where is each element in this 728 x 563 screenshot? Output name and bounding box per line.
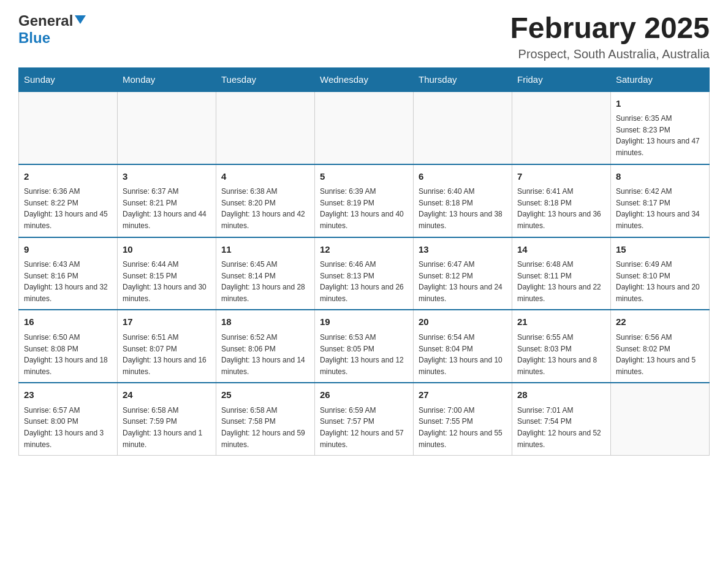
day-info: Sunrise: 6:54 AM Sunset: 8:04 PM Dayligh… xyxy=(419,332,507,377)
calendar-cell: 27Sunrise: 7:00 AM Sunset: 7:55 PM Dayli… xyxy=(414,383,512,455)
day-number: 15 xyxy=(616,243,704,257)
day-info: Sunrise: 6:35 AM Sunset: 8:23 PM Dayligh… xyxy=(616,113,704,158)
day-info: Sunrise: 6:59 AM Sunset: 7:57 PM Dayligh… xyxy=(320,405,408,450)
calendar-cell: 3Sunrise: 6:37 AM Sunset: 8:21 PM Daylig… xyxy=(118,164,216,237)
calendar-cell xyxy=(118,91,216,164)
calendar-cell: 26Sunrise: 6:59 AM Sunset: 7:57 PM Dayli… xyxy=(315,383,414,455)
day-number: 20 xyxy=(419,315,507,329)
day-info: Sunrise: 6:50 AM Sunset: 8:08 PM Dayligh… xyxy=(24,332,112,377)
calendar-header-wednesday: Wednesday xyxy=(315,67,414,91)
calendar-cell: 23Sunrise: 6:57 AM Sunset: 8:00 PM Dayli… xyxy=(19,383,118,455)
calendar-week-3: 9Sunrise: 6:43 AM Sunset: 8:16 PM Daylig… xyxy=(19,237,710,310)
day-info: Sunrise: 6:38 AM Sunset: 8:20 PM Dayligh… xyxy=(221,186,309,231)
calendar-cell xyxy=(216,91,315,164)
svg-marker-0 xyxy=(75,15,86,24)
day-number: 5 xyxy=(320,170,408,184)
calendar-cell: 7Sunrise: 6:41 AM Sunset: 8:18 PM Daylig… xyxy=(512,164,611,237)
calendar-header-monday: Monday xyxy=(118,67,216,91)
day-info: Sunrise: 6:39 AM Sunset: 8:19 PM Dayligh… xyxy=(320,186,408,231)
day-info: Sunrise: 6:36 AM Sunset: 8:22 PM Dayligh… xyxy=(24,186,112,231)
calendar-cell: 11Sunrise: 6:45 AM Sunset: 8:14 PM Dayli… xyxy=(216,237,315,310)
day-number: 1 xyxy=(616,97,704,111)
day-number: 16 xyxy=(24,315,112,329)
logo-general-text: General xyxy=(18,12,73,29)
calendar-cell xyxy=(19,91,118,164)
title-area: February 2025 Prospect, South Australia,… xyxy=(510,12,710,61)
day-number: 25 xyxy=(221,388,309,402)
day-number: 6 xyxy=(419,170,507,184)
day-number: 28 xyxy=(517,388,605,402)
calendar-cell: 12Sunrise: 6:46 AM Sunset: 8:13 PM Dayli… xyxy=(315,237,414,310)
day-info: Sunrise: 6:41 AM Sunset: 8:18 PM Dayligh… xyxy=(517,186,605,231)
day-info: Sunrise: 6:43 AM Sunset: 8:16 PM Dayligh… xyxy=(24,259,112,304)
day-number: 24 xyxy=(123,388,211,402)
calendar-cell: 28Sunrise: 7:01 AM Sunset: 7:54 PM Dayli… xyxy=(512,383,611,455)
day-info: Sunrise: 6:56 AM Sunset: 8:02 PM Dayligh… xyxy=(616,332,704,377)
calendar-cell: 15Sunrise: 6:49 AM Sunset: 8:10 PM Dayli… xyxy=(611,237,710,310)
calendar-cell: 1Sunrise: 6:35 AM Sunset: 8:23 PM Daylig… xyxy=(611,91,710,164)
calendar-cell xyxy=(512,91,611,164)
calendar-cell: 10Sunrise: 6:44 AM Sunset: 8:15 PM Dayli… xyxy=(118,237,216,310)
day-info: Sunrise: 6:47 AM Sunset: 8:12 PM Dayligh… xyxy=(419,259,507,304)
day-number: 8 xyxy=(616,170,704,184)
day-number: 9 xyxy=(24,243,112,257)
calendar-week-4: 16Sunrise: 6:50 AM Sunset: 8:08 PM Dayli… xyxy=(19,310,710,383)
day-info: Sunrise: 6:51 AM Sunset: 8:07 PM Dayligh… xyxy=(123,332,211,377)
calendar-cell xyxy=(414,91,512,164)
day-info: Sunrise: 6:37 AM Sunset: 8:21 PM Dayligh… xyxy=(123,186,211,231)
day-number: 7 xyxy=(517,170,605,184)
day-number: 27 xyxy=(419,388,507,402)
calendar-header-friday: Friday xyxy=(512,67,611,91)
day-number: 13 xyxy=(419,243,507,257)
day-number: 3 xyxy=(123,170,211,184)
calendar-cell: 4Sunrise: 6:38 AM Sunset: 8:20 PM Daylig… xyxy=(216,164,315,237)
day-info: Sunrise: 6:48 AM Sunset: 8:11 PM Dayligh… xyxy=(517,259,605,304)
day-info: Sunrise: 6:53 AM Sunset: 8:05 PM Dayligh… xyxy=(320,332,408,377)
day-number: 18 xyxy=(221,315,309,329)
calendar-cell: 13Sunrise: 6:47 AM Sunset: 8:12 PM Dayli… xyxy=(414,237,512,310)
calendar-cell: 20Sunrise: 6:54 AM Sunset: 8:04 PM Dayli… xyxy=(414,310,512,383)
day-number: 2 xyxy=(24,170,112,184)
calendar-cell: 5Sunrise: 6:39 AM Sunset: 8:19 PM Daylig… xyxy=(315,164,414,237)
day-number: 14 xyxy=(517,243,605,257)
calendar-week-2: 2Sunrise: 6:36 AM Sunset: 8:22 PM Daylig… xyxy=(19,164,710,237)
day-number: 22 xyxy=(616,315,704,329)
page-header: General Blue February 2025 Prospect, Sou… xyxy=(18,12,710,61)
calendar-cell: 24Sunrise: 6:58 AM Sunset: 7:59 PM Dayli… xyxy=(118,383,216,455)
day-number: 10 xyxy=(123,243,211,257)
day-number: 17 xyxy=(123,315,211,329)
logo-triangle-icon xyxy=(75,15,86,26)
day-info: Sunrise: 6:42 AM Sunset: 8:17 PM Dayligh… xyxy=(616,186,704,231)
calendar-cell: 22Sunrise: 6:56 AM Sunset: 8:02 PM Dayli… xyxy=(611,310,710,383)
calendar-cell: 18Sunrise: 6:52 AM Sunset: 8:06 PM Dayli… xyxy=(216,310,315,383)
calendar-cell: 19Sunrise: 6:53 AM Sunset: 8:05 PM Dayli… xyxy=(315,310,414,383)
calendar-cell: 25Sunrise: 6:58 AM Sunset: 7:58 PM Dayli… xyxy=(216,383,315,455)
calendar-week-1: 1Sunrise: 6:35 AM Sunset: 8:23 PM Daylig… xyxy=(19,91,710,164)
calendar-cell: 2Sunrise: 6:36 AM Sunset: 8:22 PM Daylig… xyxy=(19,164,118,237)
calendar-week-5: 23Sunrise: 6:57 AM Sunset: 8:00 PM Dayli… xyxy=(19,383,710,455)
day-info: Sunrise: 6:49 AM Sunset: 8:10 PM Dayligh… xyxy=(616,259,704,304)
logo-area: General Blue xyxy=(18,12,86,47)
calendar-header-tuesday: Tuesday xyxy=(216,67,315,91)
day-info: Sunrise: 6:40 AM Sunset: 8:18 PM Dayligh… xyxy=(419,186,507,231)
day-info: Sunrise: 6:45 AM Sunset: 8:14 PM Dayligh… xyxy=(221,259,309,304)
calendar-header-saturday: Saturday xyxy=(611,67,710,91)
day-info: Sunrise: 6:44 AM Sunset: 8:15 PM Dayligh… xyxy=(123,259,211,304)
calendar-header-row: SundayMondayTuesdayWednesdayThursdayFrid… xyxy=(19,67,710,91)
calendar-cell: 16Sunrise: 6:50 AM Sunset: 8:08 PM Dayli… xyxy=(19,310,118,383)
day-number: 4 xyxy=(221,170,309,184)
day-number: 21 xyxy=(517,315,605,329)
calendar-cell xyxy=(611,383,710,455)
calendar-cell xyxy=(315,91,414,164)
day-number: 19 xyxy=(320,315,408,329)
calendar-cell: 14Sunrise: 6:48 AM Sunset: 8:11 PM Dayli… xyxy=(512,237,611,310)
page-title: February 2025 xyxy=(510,12,710,45)
calendar-table: SundayMondayTuesdayWednesdayThursdayFrid… xyxy=(18,67,710,456)
day-info: Sunrise: 7:00 AM Sunset: 7:55 PM Dayligh… xyxy=(419,405,507,450)
calendar-cell: 21Sunrise: 6:55 AM Sunset: 8:03 PM Dayli… xyxy=(512,310,611,383)
calendar-cell: 8Sunrise: 6:42 AM Sunset: 8:17 PM Daylig… xyxy=(611,164,710,237)
day-info: Sunrise: 7:01 AM Sunset: 7:54 PM Dayligh… xyxy=(517,405,605,450)
logo-blue-text: Blue xyxy=(18,29,50,46)
day-info: Sunrise: 6:57 AM Sunset: 8:00 PM Dayligh… xyxy=(24,405,112,450)
day-number: 12 xyxy=(320,243,408,257)
